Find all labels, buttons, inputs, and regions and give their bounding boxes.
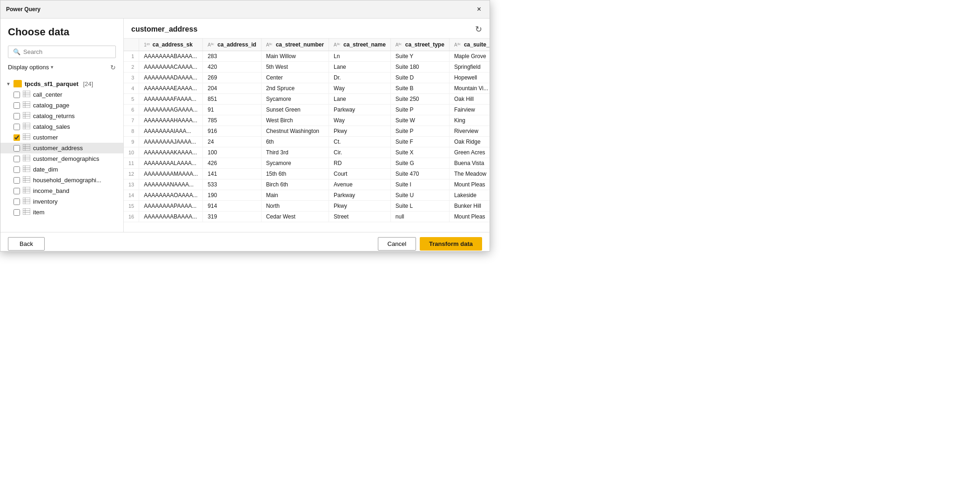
table-row: 2AAAAAAAACAAAA...4205th WestLaneSuite 18…: [124, 62, 490, 73]
cell-data: Suite 470: [390, 169, 449, 179]
cell-data: Mount Pleas: [449, 212, 490, 222]
svg-rect-42: [23, 198, 30, 204]
table-row: 16AAAAAAAABAAAA...319Cedar WestStreetnul…: [124, 212, 490, 222]
cancel-button[interactable]: Cancel: [378, 237, 416, 251]
checkbox-customer_address[interactable]: [13, 145, 20, 152]
chevron-down-icon: ▾: [51, 64, 54, 70]
cell-data: Pkwy: [329, 126, 391, 137]
search-input[interactable]: [23, 48, 111, 55]
sidebar-item-customer_demographics[interactable]: customer_demographics: [0, 153, 123, 164]
sidebar-item-inventory[interactable]: inventory: [0, 196, 123, 207]
cell-data: King: [449, 115, 490, 126]
cell-data: Mountain Vi...: [449, 83, 490, 94]
cell-data: 204: [203, 83, 261, 94]
close-button[interactable]: ×: [474, 4, 484, 14]
cell-data: Sunset Green: [261, 105, 329, 115]
checkbox-income_band[interactable]: [13, 188, 20, 194]
cell-data: 851: [203, 94, 261, 105]
cell-data: Lane: [329, 94, 391, 105]
cell-rownum: 6: [124, 105, 139, 115]
sidebar-item-income_band[interactable]: income_band: [0, 185, 123, 196]
tree-item-label: catalog_page: [33, 102, 69, 109]
cell-data: AAAAAAAABAAAA...: [139, 212, 203, 222]
tree-item-label: inventory: [33, 198, 58, 205]
cell-rownum: 4: [124, 83, 139, 94]
sidebar-item-customer[interactable]: customer: [0, 132, 123, 143]
table-row: 6AAAAAAAAGAAAA...91Sunset GreenParkwaySu…: [124, 105, 490, 115]
sidebar-item-customer_address[interactable]: customer_address: [0, 143, 123, 153]
cell-data: Suite B: [390, 83, 449, 94]
cell-data: 283: [203, 51, 261, 62]
tree-item-label: catalog_returns: [33, 113, 75, 119]
table-row: 3AAAAAAAADAAAA...269CenterDr.Suite DHope…: [124, 73, 490, 83]
cell-data: 190: [203, 190, 261, 201]
cell-data: AAAAAAAAEAAAA...: [139, 83, 203, 94]
cell-data: Suite 180: [390, 62, 449, 73]
checkbox-inventory[interactable]: [13, 199, 20, 205]
folder-count: [24]: [83, 80, 94, 87]
tree-item-label: customer: [33, 134, 58, 141]
checkbox-catalog_returns[interactable]: [13, 113, 20, 119]
checkbox-customer_demographics[interactable]: [13, 156, 20, 162]
sidebar-item-catalog_sales[interactable]: catalog_sales: [0, 121, 123, 132]
cell-data: AAAAAAAACAAAA...: [139, 62, 203, 73]
sidebar-item-household_demographics[interactable]: household_demographi...: [0, 175, 123, 185]
cell-data: 785: [203, 115, 261, 126]
cell-data: North: [261, 201, 329, 212]
cell-rownum: 14: [124, 190, 139, 201]
sidebar-item-item[interactable]: item: [0, 207, 123, 218]
cell-data: The Meadow: [449, 169, 490, 179]
cell-data: AAAAAAAAGAAAA...: [139, 105, 203, 115]
cell-data: Third 3rd: [261, 147, 329, 158]
cell-rownum: 2: [124, 62, 139, 73]
tree-item-label: date_dim: [33, 166, 58, 173]
sidebar-header: Choose data 🔍 Display options ▾ ↻: [0, 19, 123, 76]
checkbox-item[interactable]: [13, 209, 20, 216]
refresh-icon[interactable]: ↻: [110, 64, 116, 71]
cell-data: AAAAAAANAAAA...: [139, 179, 203, 190]
cell-rownum: 8: [124, 126, 139, 137]
cell-data: Cedar West: [261, 212, 329, 222]
col-header-ca_street_number: Aᴮᶜ ca_street_number: [261, 39, 329, 51]
table-icon: [23, 91, 30, 99]
checkbox-catalog_sales[interactable]: [13, 124, 20, 130]
cell-data: Maple Grove: [449, 51, 490, 62]
cell-data: AAAAAAAAMAAAA...: [139, 169, 203, 179]
cell-data: 533: [203, 179, 261, 190]
svg-rect-26: [23, 155, 30, 161]
table-body: 1AAAAAAAABAAAA...283Main WillowLnSuite Y…: [124, 51, 490, 222]
cell-data: Suite X: [390, 147, 449, 158]
checkbox-catalog_page[interactable]: [13, 102, 20, 109]
svg-rect-2: [23, 91, 30, 97]
transform-data-button[interactable]: Transform data: [420, 237, 482, 251]
cell-rownum: 16: [124, 212, 139, 222]
cell-data: Avenue: [329, 179, 391, 190]
sidebar-item-call_center[interactable]: call_center: [0, 89, 123, 100]
checkbox-household_demographics[interactable]: [13, 177, 20, 184]
data-table-container[interactable]: 1²³ ca_address_skAᴮᶜ ca_address_idAᴮᶜ ca…: [124, 39, 490, 232]
sidebar-item-catalog_returns[interactable]: catalog_returns: [0, 111, 123, 121]
sidebar-item-date_dim[interactable]: date_dim: [0, 164, 123, 175]
back-button[interactable]: Back: [8, 237, 45, 251]
table-row: 9AAAAAAAAJAAAA...246thCt.Suite FOak Ridg…: [124, 137, 490, 147]
sidebar-item-catalog_page[interactable]: catalog_page: [0, 100, 123, 111]
cell-data: Sycamore: [261, 94, 329, 105]
cell-data: AAAAAAAAJAAAA...: [139, 137, 203, 147]
cell-data: AAAAAAAAPAAAA...: [139, 201, 203, 212]
checkbox-call_center[interactable]: [13, 92, 20, 98]
refresh-button[interactable]: ↻: [475, 24, 482, 34]
display-options-label: Display options: [8, 64, 49, 71]
svg-rect-30: [23, 165, 30, 172]
cell-data: Suite W: [390, 115, 449, 126]
tree-folder[interactable]: ▼ tpcds_sf1_parquet [24]: [0, 78, 123, 89]
cell-data: Suite 250: [390, 94, 449, 105]
footer-right: Cancel Transform data: [378, 237, 482, 251]
table-row: 14AAAAAAAAOAAAA...190MainParkwaySuite UL…: [124, 190, 490, 201]
checkbox-customer[interactable]: [13, 134, 20, 141]
cell-data: 914: [203, 201, 261, 212]
checkbox-date_dim[interactable]: [13, 166, 20, 173]
data-table: 1²³ ca_address_skAᴮᶜ ca_address_idAᴮᶜ ca…: [124, 39, 490, 222]
display-options-toggle[interactable]: Display options ▾: [8, 62, 54, 73]
svg-rect-6: [23, 101, 30, 108]
table-icon: [23, 101, 30, 109]
